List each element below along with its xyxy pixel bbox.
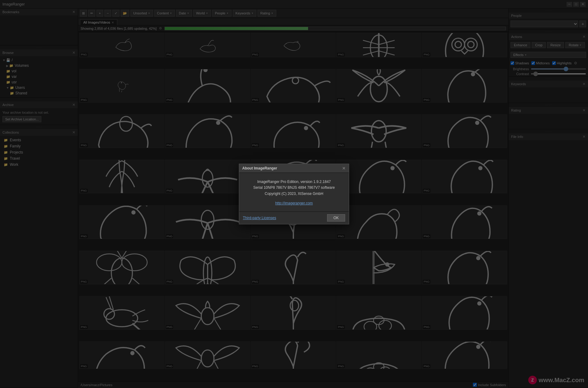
dialog-line2: Serial 10NP8 7867V BNJS 4894 7867V7 soft… [245,185,343,191]
dialog-body: ImageRanger Pro Edition, version 1.9.2.1… [239,173,349,211]
dialog-title-bar: About ImageRanger ✕ [239,164,349,173]
dialog-url-link[interactable]: http://imageranger.com [275,201,313,205]
dialog-footer: Third-party Licenses OK [239,211,349,224]
dialog-ok-button[interactable]: OK [327,214,345,222]
dialog-line3: Copyright (C) 2023, XtSense GmbH [245,191,343,197]
dialog-title: About ImageRanger [242,166,277,170]
dialog-close-button[interactable]: ✕ [342,166,346,171]
about-dialog: About ImageRanger ✕ ImageRanger Pro Edit… [239,164,349,224]
dialog-line1: ImageRanger Pro Edition, version 1.9.2.1… [245,179,343,185]
third-party-licenses-button[interactable]: Third-party Licenses [243,216,276,220]
dialog-overlay: About ImageRanger ✕ ImageRanger Pro Edit… [0,0,588,388]
